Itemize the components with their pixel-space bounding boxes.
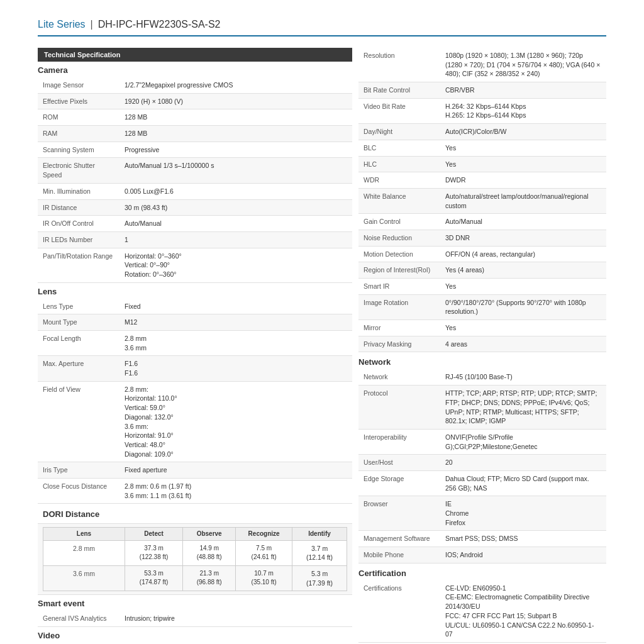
page: Lite Series | DH-IPC-HFW2230S-SA-S2 Tech…	[0, 0, 644, 644]
spec-label: HLC	[358, 156, 440, 172]
spec-value: Auto/Manual 1/3 s–1/100000 s	[119, 158, 352, 183]
network-table: NetworkRJ-45 (10/100 Base-T)ProtocolHTTP…	[358, 369, 606, 563]
dori-cell-recognize: 7.5 m (24.61 ft)	[236, 540, 292, 565]
section-header: Technical Specification	[38, 48, 352, 62]
video-header: Video	[38, 627, 352, 643]
lens-header: Lens	[38, 283, 352, 299]
spec-label: Resolution	[358, 48, 440, 82]
dori-table: DORI DistanceLensDetectObserveRecognizeI…	[38, 504, 352, 595]
spec-value: CE-LVD: EN60950-1 CE-EMC: Electromagneti…	[440, 580, 606, 643]
spec-label: Network	[358, 369, 440, 385]
dori-cell-detect: 37.3 m (122.38 ft)	[125, 540, 183, 565]
spec-value: M12	[119, 314, 352, 331]
spec-value: 2.8 mm 3.6 mm	[119, 331, 352, 356]
spec-value: 1	[119, 231, 352, 248]
dori-cell-recognize: 10.7 m (35.10 ft)	[236, 565, 292, 591]
spec-label: Day/Night	[358, 124, 440, 140]
title-model: DH-IPC-HFW2230S-SA-S2	[98, 19, 221, 30]
spec-label: Privacy Masking	[358, 336, 440, 352]
main-content: Technical Specification Camera Image Sen…	[38, 48, 606, 644]
spec-value: Yes	[440, 140, 606, 156]
spec-value: Auto/natural/street lamp/outdoor/manual/…	[440, 188, 606, 213]
spec-value: 3D DNR	[440, 230, 606, 246]
spec-label: IR Distance	[38, 199, 119, 216]
camera-table: Image Sensor1/2.7"2Megapixel progressive…	[38, 77, 352, 283]
spec-value: Dahua Cloud; FTP; Micro SD Card (support…	[440, 470, 606, 496]
spec-label: Max. Aperture	[38, 356, 119, 381]
dori-cell-detect: 53.3 m (174.87 ft)	[125, 565, 183, 591]
spec-label: Scanning System	[38, 142, 119, 158]
spec-label: Iris Type	[38, 462, 119, 479]
spec-value: Smart PSS; DSS; DMSS	[440, 531, 606, 547]
spec-label: Edge Storage	[358, 470, 440, 496]
spec-label: IR LEDs Number	[38, 231, 119, 248]
spec-label: Management Software	[358, 531, 440, 547]
spec-label: Focal Length	[38, 331, 119, 356]
spec-label: Mount Type	[38, 314, 119, 331]
dori-cell-identify: 5.3 m (17.39 ft)	[292, 565, 347, 591]
spec-value: CBR/VBR	[440, 82, 606, 99]
spec-label: BLC	[358, 140, 440, 156]
camera-header: Camera	[38, 62, 352, 77]
lens-table: Lens TypeFixedMount TypeM12Focal Length2…	[38, 299, 352, 504]
spec-value: Fixed	[119, 299, 352, 314]
spec-value: 0°/90°/180°/270° (Supports 90°/270° with…	[440, 294, 606, 319]
spec-label: User/Host	[358, 455, 440, 471]
spec-value: 30 m (98.43 ft)	[119, 199, 352, 216]
dori-cell-lens: 3.6 mm	[43, 565, 125, 591]
smart-event-table: General IVS AnalyticsIntrusion; tripwire	[38, 611, 352, 627]
image-table: Resolution1080p (1920 × 1080); 1.3M (128…	[358, 48, 606, 352]
spec-label: Image Rotation	[358, 294, 440, 319]
title-series: Lite Series	[38, 19, 86, 30]
spec-value: 1080p (1920 × 1080); 1.3M (1280 × 960); …	[440, 48, 606, 82]
spec-value: 1920 (H) × 1080 (V)	[119, 93, 352, 109]
spec-label: Protocol	[358, 386, 440, 430]
certification-table: CertificationsCE-LVD: EN60950-1 CE-EMC: …	[358, 580, 606, 643]
spec-label: Noise Reduction	[358, 230, 440, 246]
spec-label: RAM	[38, 126, 119, 142]
spec-value: H.264: 32 Kbps–6144 Kbps H.265: 12 Kbps–…	[440, 98, 606, 123]
spec-label: Image Sensor	[38, 77, 119, 93]
spec-value: Yes	[440, 320, 606, 336]
dori-col-header: Lens	[43, 527, 125, 540]
spec-label: Region of Interest(RoI)	[358, 262, 440, 279]
network-header: Network	[358, 352, 606, 369]
spec-label: WDR	[358, 172, 440, 189]
spec-value: 128 MB	[119, 109, 352, 126]
spec-label: ROM	[38, 109, 119, 126]
spec-label: Electronic Shutter Speed	[38, 158, 119, 183]
spec-value: IOS; Android	[440, 547, 606, 564]
spec-value: 128 MB	[119, 126, 352, 142]
spec-value: 0.005 Lux@F1.6	[119, 183, 352, 199]
spec-value: Auto/Manual	[119, 216, 352, 232]
left-column: Technical Specification Camera Image Sen…	[38, 48, 352, 644]
spec-value: Auto/Manual	[440, 214, 606, 230]
dori-cell-identify: 3.7 m (12.14 ft)	[292, 540, 347, 565]
title-divider: |	[91, 19, 93, 30]
spec-value: Yes	[440, 156, 606, 172]
dori-col-header: Recognize	[236, 527, 292, 540]
spec-value: Intrusion; tripwire	[119, 611, 352, 626]
spec-value: F1.6 F1.6	[119, 356, 352, 381]
spec-value: Fixed aperture	[119, 462, 352, 479]
smart-event-header: Smart event	[38, 595, 352, 611]
spec-value: Yes	[440, 279, 606, 295]
spec-label: General IVS Analytics	[38, 611, 119, 626]
spec-label: Gain Control	[358, 214, 440, 230]
spec-label: Mirror	[358, 320, 440, 336]
spec-value: 4 areas	[440, 336, 606, 352]
spec-label: IR On/Off Control	[38, 216, 119, 232]
spec-label: Bit Rate Control	[358, 82, 440, 99]
spec-label: Effective Pixels	[38, 93, 119, 109]
dori-col-header: Identify	[292, 527, 347, 540]
dori-cell-observe: 21.3 m (96.88 ft)	[183, 565, 236, 591]
spec-value: RJ-45 (10/100 Base-T)	[440, 369, 606, 385]
spec-value: DWDR	[440, 172, 606, 189]
spec-label: Mobile Phone	[358, 547, 440, 564]
right-column: Resolution1080p (1920 × 1080); 1.3M (128…	[358, 48, 606, 644]
spec-label: Certifications	[358, 580, 440, 643]
spec-label: Motion Detection	[358, 246, 440, 262]
spec-label: Interoperability	[358, 429, 440, 454]
dori-cell-observe: 14.9 m (48.88 ft)	[183, 540, 236, 565]
spec-value: 2.8 mm: 0.6 m (1.97 ft) 3.6 mm: 1.1 m (3…	[119, 478, 352, 503]
